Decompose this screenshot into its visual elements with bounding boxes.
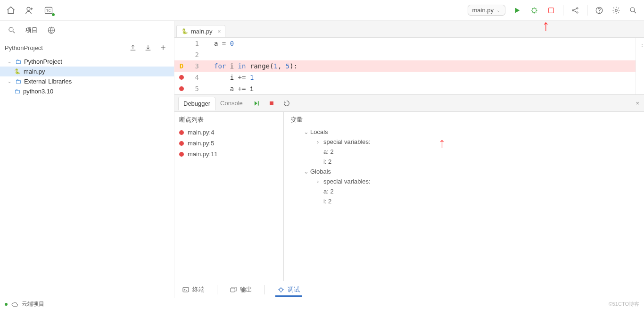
run-config-selector[interactable]: main.py ⌄ <box>468 5 505 16</box>
var-a: a: 2 <box>290 186 637 196</box>
breakpoint-icon <box>179 130 184 135</box>
svg-rect-14 <box>258 101 259 105</box>
breakpoints-title: 断点列表 <box>179 116 279 124</box>
var-a: a: 2 <box>290 147 637 157</box>
tree-ext-libs[interactable]: ⌄ 🗀 External Libraries <box>0 76 174 86</box>
upload-icon[interactable] <box>128 42 138 53</box>
var-scope-globals[interactable]: ⌄Globals <box>290 167 637 176</box>
code-text: a = 0 <box>206 38 234 49</box>
python-icon: 🐍 <box>182 28 188 34</box>
status-bar: 云端项目 ©51CTO博客 <box>0 298 644 310</box>
code-line[interactable]: 4 i += 1 <box>174 72 636 83</box>
folder-icon: 🗀 <box>15 78 21 85</box>
breakpoint-item[interactable]: main.py:5 <box>179 138 279 149</box>
sidebar-tabs: 项目 <box>0 21 174 40</box>
project-tree: ⌄ 🗀 PythonProject 🐍 main.py ⌄ 🗀 External… <box>0 56 174 101</box>
search-icon[interactable] <box>628 5 638 16</box>
folder-icon: 🗀 <box>15 58 21 65</box>
restart-icon[interactable] <box>281 98 292 109</box>
share-icon[interactable] <box>570 5 580 16</box>
close-icon[interactable]: × <box>217 28 221 35</box>
settings-icon[interactable] <box>611 5 621 16</box>
resume-button[interactable] <box>251 98 262 109</box>
svg-point-9 <box>599 12 600 12</box>
code-text: for i in range(1, 5): <box>206 60 297 72</box>
tab-console[interactable]: Console <box>215 97 248 109</box>
tree-file-main[interactable]: 🐍 main.py <box>0 67 174 76</box>
plus-icon[interactable] <box>158 42 168 53</box>
breakpoint-label: main.py:4 <box>188 129 214 136</box>
var-i: i: 2 <box>290 196 637 206</box>
stop-debug-button[interactable] <box>266 98 277 109</box>
tab-project[interactable]: 项目 <box>25 26 38 34</box>
code-line[interactable]: 1a = 0 <box>174 38 636 49</box>
gutter-marker[interactable] <box>174 72 189 83</box>
line-number: 5 <box>189 83 206 94</box>
code-editor[interactable]: 1a = 02D3for i in range(1, 5):4 i += 15 … <box>174 38 644 94</box>
chevron-down-icon: ⌄ <box>8 59 12 64</box>
close-icon[interactable]: × <box>636 100 639 107</box>
stop-button[interactable] <box>546 5 556 16</box>
variables-panel: 变量 ⌄Locals ›special variables: a: 2 i: 2… <box>284 112 644 281</box>
chevron-down-icon: ⌄ <box>496 8 500 13</box>
top-toolbar: TC main.py ⌄ ↑ <box>0 0 644 21</box>
svg-rect-4 <box>549 8 554 13</box>
svg-point-18 <box>280 288 283 291</box>
breakpoint-label: main.py:5 <box>188 140 214 147</box>
tree-folder-root[interactable]: ⌄ 🗀 PythonProject <box>0 57 174 67</box>
editor-minimap-col: : <box>636 38 644 94</box>
breakpoint-label: main.py:11 <box>188 151 218 158</box>
status-dot <box>5 303 8 306</box>
folder-icon: 🗀 <box>14 88 20 95</box>
breakpoints-panel: 断点列表 main.py:4main.py:5main.py:11 <box>174 112 284 281</box>
code-text: a += i <box>206 83 254 94</box>
editor-tabs: 🐍 main.py × <box>174 21 644 38</box>
tab-output[interactable]: 输出 <box>228 283 254 297</box>
tab-debug[interactable]: 调试 <box>275 283 302 297</box>
globe-icon[interactable] <box>46 25 57 35</box>
divider <box>587 5 587 16</box>
divider <box>264 285 265 294</box>
search-icon[interactable] <box>7 25 17 35</box>
tree-label: External Libraries <box>24 78 72 85</box>
breakpoint-item[interactable]: main.py:11 <box>179 149 279 159</box>
breakpoint-item[interactable]: main.py:4 <box>179 127 279 138</box>
status-cloud-label[interactable]: 云端项目 <box>22 300 44 308</box>
download-icon[interactable] <box>143 42 153 53</box>
var-specials[interactable]: ›special variables: <box>290 176 637 186</box>
run-button[interactable] <box>512 5 522 16</box>
gutter-marker[interactable] <box>174 83 189 94</box>
chevron-down-icon: ⌄ <box>8 79 12 84</box>
debug-panel: Debugger Console × 断点列表 main.py:4main.py… <box>174 94 644 281</box>
svg-point-12 <box>9 27 13 32</box>
divider <box>563 5 563 16</box>
tab-debugger[interactable]: Debugger <box>178 97 215 110</box>
svg-text:TC: TC <box>46 8 51 13</box>
tab-terminal[interactable]: 终端 <box>180 283 206 297</box>
bottom-tab-bar: 终端 输出 调试 <box>174 281 644 298</box>
editor-tab-main[interactable]: 🐍 main.py × <box>176 25 225 37</box>
code-text: i += 1 <box>206 72 254 83</box>
svg-point-0 <box>27 7 30 10</box>
python-icon: 🐍 <box>14 68 21 75</box>
tree-python-env[interactable]: 🗀 python3.10 <box>0 86 174 96</box>
svg-point-11 <box>630 8 635 12</box>
run-config-label: main.py <box>472 7 494 14</box>
svg-point-10 <box>615 9 618 11</box>
gutter-marker[interactable]: D <box>174 60 189 72</box>
variables-title: 变量 <box>290 116 637 124</box>
debug-button[interactable] <box>529 5 539 16</box>
code-line[interactable]: D3for i in range(1, 5): <box>174 60 636 72</box>
svg-point-6 <box>577 8 578 9</box>
content-area: 项目 PythonProject ⌄ 🗀 PythonProject 🐍 mai… <box>0 21 644 298</box>
var-specials[interactable]: ›special variables: <box>290 137 637 147</box>
line-number: 3 <box>189 60 206 72</box>
code-line[interactable]: 5 a += i <box>174 83 636 94</box>
add-user-icon[interactable] <box>25 5 35 16</box>
code-line[interactable]: 2 <box>174 49 636 60</box>
help-icon[interactable] <box>594 5 604 16</box>
home-icon[interactable] <box>6 5 16 16</box>
main-area: 🐍 main.py × 1a = 02D3for i in range(1, 5… <box>174 21 644 298</box>
tc-icon[interactable]: TC <box>43 5 54 16</box>
var-scope-locals[interactable]: ⌄Locals <box>290 127 637 137</box>
